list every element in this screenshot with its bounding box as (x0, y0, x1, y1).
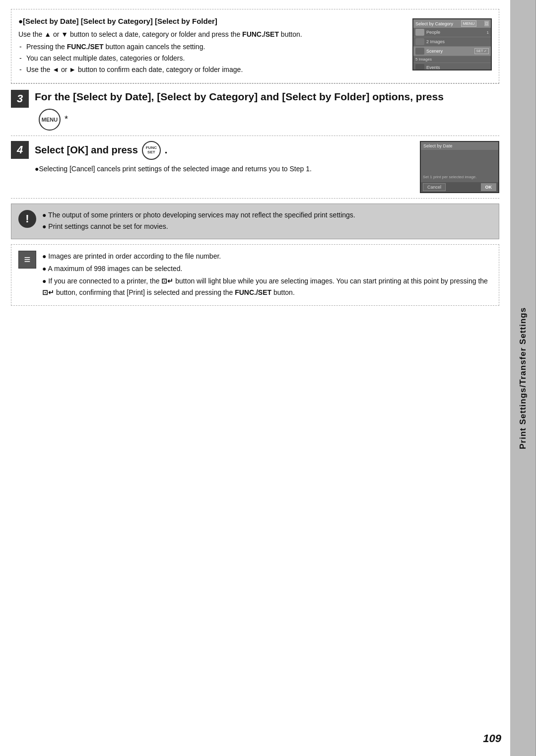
step4-number: 4 (11, 141, 29, 159)
step4-text: Select [OK] and press FUNC SET . ●Select… (35, 141, 413, 193)
warning-text: The output of some printers or photo dev… (42, 210, 355, 233)
bullet-2: You can select multiple dates, categorie… (18, 53, 404, 64)
step4-screen: Select by Date Set 1 print per selected … (420, 141, 499, 193)
scenery-count: 5 Images (415, 57, 432, 62)
people-label: People (426, 30, 440, 35)
set-badge: SET ✓ (474, 48, 489, 54)
sidebar-tab: Print Settings/Transfer Settings (510, 0, 536, 756)
screen-title-bar: Select by Category MENU □ (413, 19, 491, 28)
step4-bullet: ●Selecting [Cancel] cancels print settin… (35, 164, 413, 174)
down-arrow: ▼ (61, 30, 70, 38)
scenery-label: Scenery (426, 49, 443, 54)
step4-title-part1: Select [OK] and press (35, 144, 138, 156)
func-set-label: FUNC SET (146, 146, 157, 155)
events-icon (415, 64, 424, 70)
step3-content: For the [Select by Date], [Select by Cat… (35, 90, 499, 130)
warning-box: ! The output of some printers or photo d… (11, 204, 499, 239)
events-label: Events (426, 65, 440, 70)
info-box: ≡ Images are printed in order according … (11, 244, 499, 306)
people-count: 1 (487, 30, 489, 35)
s4-title-bar: Select by Date (421, 142, 498, 150)
page-container: ●[Select by Date] [Select by Category] [… (0, 0, 536, 756)
top-desc1: Use the ▲ or ▼ button to select a date, … (18, 29, 404, 40)
bullet-1: Pressing the FUNC./SET button again canc… (18, 42, 404, 52)
warning-line-1: The output of some printers or photo dev… (42, 210, 355, 220)
info-text: Images are printed in order according to… (42, 251, 492, 300)
bullet-3: Use the ◄ or ► button to confirm each da… (18, 65, 404, 75)
top-title: ●[Select by Date] [Select by Category] [… (18, 16, 404, 26)
bullet-list: Pressing the FUNC./SET button again canc… (18, 42, 404, 75)
screen-row-images: 2 Images (413, 37, 491, 47)
screen-title-text: Select by Category (415, 21, 453, 26)
warning-line-2: Print settings cannot be set for movies. (42, 221, 355, 232)
people-icon (415, 29, 424, 36)
warning-icon: ! (18, 210, 36, 228)
info-line-2: A maximum of 998 images can be selected. (42, 263, 492, 274)
s4-middle-row: Set 1 print per selected image. (423, 173, 496, 180)
info-line-3: If you are connected to a printer, the ⊡… (42, 275, 492, 298)
page-number: 109 (483, 732, 501, 745)
s4-title-text: Select by Date (423, 143, 453, 148)
menu-button[interactable]: MENU (39, 109, 61, 131)
top-text-area: ●[Select by Date] [Select by Category] [… (18, 16, 404, 76)
s4-ok-btn[interactable]: OK (481, 183, 497, 191)
scenery-icon (415, 48, 424, 55)
step4-inner: Select [OK] and press FUNC SET . ●Select… (35, 141, 499, 193)
step3-button-row: MENU * (35, 109, 499, 131)
s4-cancel-btn[interactable]: Cancel (423, 183, 446, 191)
or1-text: or (53, 30, 59, 38)
s4-body: Set 1 print per selected image. (421, 150, 498, 182)
step3-number: 3 (11, 90, 29, 108)
s4-buttons: Cancel OK (421, 182, 498, 192)
desc-use-the: Use the (18, 30, 42, 38)
step3-title: For the [Select by Date], [Select by Cat… (35, 90, 499, 103)
sidebar-tab-text: Print Settings/Transfer Settings (518, 307, 528, 449)
images-icon (415, 38, 424, 45)
info-line-1: Images are printed in order according to… (42, 251, 492, 262)
menu-button-label: MENU (42, 117, 58, 123)
step4-section: 4 Select [OK] and press FUNC SET . ●Sele… (11, 136, 499, 199)
s4-subtitle-row (423, 152, 496, 154)
main-content: ●[Select by Date] [Select by Category] [… (0, 0, 510, 756)
info-icon: ≡ (18, 251, 36, 269)
screen-row-scenery-count: 5 Images (413, 56, 491, 63)
s4-subtitle: Set 1 print per selected image. (423, 175, 477, 179)
step3-asterisk: * (65, 114, 68, 125)
step4-title: Select [OK] and press FUNC SET . (35, 141, 413, 160)
screen-extra-tag: □ (484, 21, 489, 26)
screen-row-scenery: Scenery SET ✓ (413, 47, 491, 56)
warning-icon-symbol: ! (25, 212, 29, 225)
func-set-bold: FUNC./SET (242, 30, 279, 38)
images-label: 2 Images (426, 39, 445, 44)
top-screen-thumb: Select by Category MENU □ People 1 2 Ima… (412, 18, 492, 70)
screen-row-people: People 1 (413, 28, 491, 37)
or2-text: or (61, 66, 67, 73)
step4-period: . (165, 144, 168, 156)
screen-row-events: Events (413, 63, 491, 70)
top-section: ●[Select by Date] [Select by Category] [… (11, 9, 499, 83)
step3-section: 3 For the [Select by Date], [Select by C… (11, 83, 499, 136)
info-icon-symbol: ≡ (24, 253, 31, 266)
desc-btn-text: button to select a date, category or fol… (70, 30, 302, 38)
func-set-button[interactable]: FUNC SET (142, 141, 161, 160)
up-arrow: ▲ (44, 30, 53, 38)
screen-menu-tag: MENU (461, 20, 477, 27)
